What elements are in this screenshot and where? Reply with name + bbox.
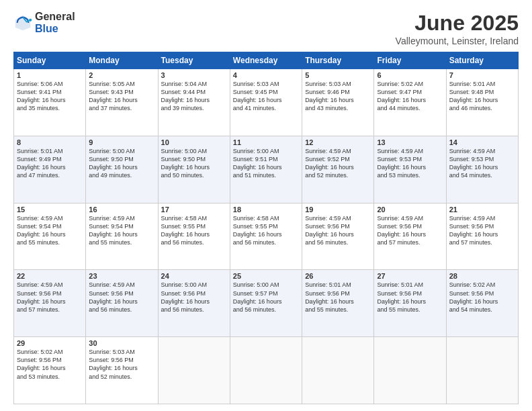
day-content: Sunrise: 5:00 AM Sunset: 9:50 PM Dayligh… — [161, 147, 227, 180]
table-row: 21Sunrise: 4:59 AM Sunset: 9:56 PM Dayli… — [446, 203, 518, 270]
day-content: Sunrise: 5:06 AM Sunset: 9:41 PM Dayligh… — [17, 80, 83, 113]
day-content: Sunrise: 4:59 AM Sunset: 9:54 PM Dayligh… — [89, 214, 154, 247]
day-content: Sunrise: 4:58 AM Sunset: 9:55 PM Dayligh… — [233, 214, 299, 247]
day-content: Sunrise: 4:59 AM Sunset: 9:56 PM Dayligh… — [449, 214, 515, 247]
table-row: 6Sunrise: 5:02 AM Sunset: 9:47 PM Daylig… — [374, 69, 446, 136]
table-row: 17Sunrise: 4:58 AM Sunset: 9:55 PM Dayli… — [158, 203, 230, 270]
table-row: 18Sunrise: 4:58 AM Sunset: 9:55 PM Dayli… — [230, 203, 302, 270]
table-row — [374, 337, 446, 404]
day-content: Sunrise: 5:05 AM Sunset: 9:43 PM Dayligh… — [89, 80, 154, 113]
day-number: 13 — [377, 138, 443, 146]
day-number: 3 — [161, 71, 227, 79]
day-content: Sunrise: 5:01 AM Sunset: 9:49 PM Dayligh… — [17, 147, 83, 180]
location: Valleymount, Leinster, Ireland — [396, 36, 519, 46]
day-content: Sunrise: 5:01 AM Sunset: 9:48 PM Dayligh… — [449, 80, 515, 113]
day-number: 12 — [305, 138, 371, 146]
page: General Blue June 2025 Valleymount, Lein… — [0, 0, 532, 411]
day-content: Sunrise: 4:59 AM Sunset: 9:53 PM Dayligh… — [377, 147, 443, 180]
table-row: 8Sunrise: 5:01 AM Sunset: 9:49 PM Daylig… — [14, 136, 86, 203]
table-row: 10Sunrise: 5:00 AM Sunset: 9:50 PM Dayli… — [158, 136, 230, 203]
day-number: 9 — [89, 138, 154, 146]
table-row: 20Sunrise: 4:59 AM Sunset: 9:56 PM Dayli… — [374, 203, 446, 270]
day-number: 11 — [233, 138, 299, 146]
logo: General Blue — [13, 11, 75, 34]
table-row: 24Sunrise: 5:00 AM Sunset: 9:56 PM Dayli… — [158, 270, 230, 337]
table-row: 14Sunrise: 4:59 AM Sunset: 9:53 PM Dayli… — [446, 136, 518, 203]
day-number: 5 — [305, 71, 371, 79]
day-number: 4 — [233, 71, 299, 79]
table-row: 23Sunrise: 4:59 AM Sunset: 9:56 PM Dayli… — [86, 270, 158, 337]
table-row: 5Sunrise: 5:03 AM Sunset: 9:46 PM Daylig… — [302, 69, 374, 136]
calendar-week-row: 29Sunrise: 5:02 AM Sunset: 9:56 PM Dayli… — [14, 337, 519, 404]
header: General Blue June 2025 Valleymount, Lein… — [13, 11, 519, 46]
day-content: Sunrise: 5:01 AM Sunset: 9:56 PM Dayligh… — [305, 281, 371, 314]
table-row: 26Sunrise: 5:01 AM Sunset: 9:56 PM Dayli… — [302, 270, 374, 337]
day-number: 29 — [17, 339, 83, 347]
table-row: 28Sunrise: 5:02 AM Sunset: 9:56 PM Dayli… — [446, 270, 518, 337]
table-row: 7Sunrise: 5:01 AM Sunset: 9:48 PM Daylig… — [446, 69, 518, 136]
day-number: 19 — [305, 205, 371, 214]
table-row: 2Sunrise: 5:05 AM Sunset: 9:43 PM Daylig… — [86, 69, 158, 136]
month-title: June 2025 — [396, 11, 519, 36]
day-number: 14 — [449, 138, 515, 146]
day-number: 15 — [17, 205, 83, 214]
day-number: 1 — [17, 71, 83, 79]
logo-icon — [13, 13, 32, 32]
day-content: Sunrise: 4:59 AM Sunset: 9:53 PM Dayligh… — [449, 147, 515, 180]
calendar-header-row: Sunday Monday Tuesday Wednesday Thursday… — [14, 52, 519, 69]
day-content: Sunrise: 5:02 AM Sunset: 9:47 PM Dayligh… — [377, 80, 443, 113]
day-content: Sunrise: 4:59 AM Sunset: 9:56 PM Dayligh… — [377, 214, 443, 247]
table-row: 25Sunrise: 5:00 AM Sunset: 9:57 PM Dayli… — [230, 270, 302, 337]
header-friday: Friday — [374, 52, 446, 69]
table-row: 27Sunrise: 5:01 AM Sunset: 9:56 PM Dayli… — [374, 270, 446, 337]
day-content: Sunrise: 5:00 AM Sunset: 9:51 PM Dayligh… — [233, 147, 299, 180]
day-content: Sunrise: 5:01 AM Sunset: 9:56 PM Dayligh… — [377, 281, 443, 314]
day-content: Sunrise: 5:00 AM Sunset: 9:56 PM Dayligh… — [161, 281, 227, 314]
day-number: 28 — [449, 272, 515, 280]
day-content: Sunrise: 5:03 AM Sunset: 9:46 PM Dayligh… — [305, 80, 371, 113]
day-content: Sunrise: 5:03 AM Sunset: 9:56 PM Dayligh… — [89, 348, 154, 381]
svg-point-1 — [29, 18, 32, 21]
table-row: 22Sunrise: 4:59 AM Sunset: 9:56 PM Dayli… — [14, 270, 86, 337]
header-wednesday: Wednesday — [230, 52, 302, 69]
day-content: Sunrise: 5:00 AM Sunset: 9:50 PM Dayligh… — [89, 147, 154, 180]
calendar-week-row: 8Sunrise: 5:01 AM Sunset: 9:49 PM Daylig… — [14, 136, 519, 203]
day-content: Sunrise: 4:59 AM Sunset: 9:52 PM Dayligh… — [305, 147, 371, 180]
day-content: Sunrise: 4:59 AM Sunset: 9:56 PM Dayligh… — [89, 281, 154, 314]
day-content: Sunrise: 5:04 AM Sunset: 9:44 PM Dayligh… — [161, 80, 227, 113]
logo-blue-text: Blue — [35, 23, 75, 35]
day-number: 20 — [377, 205, 443, 214]
day-number: 21 — [449, 205, 515, 214]
day-content: Sunrise: 5:02 AM Sunset: 9:56 PM Dayligh… — [449, 281, 515, 314]
header-thursday: Thursday — [302, 52, 374, 69]
day-number: 25 — [233, 272, 299, 280]
table-row: 29Sunrise: 5:02 AM Sunset: 9:56 PM Dayli… — [14, 337, 86, 404]
day-number: 8 — [17, 138, 83, 146]
table-row — [158, 337, 230, 404]
table-row: 12Sunrise: 4:59 AM Sunset: 9:52 PM Dayli… — [302, 136, 374, 203]
day-number: 24 — [161, 272, 227, 280]
day-number: 27 — [377, 272, 443, 280]
table-row: 9Sunrise: 5:00 AM Sunset: 9:50 PM Daylig… — [86, 136, 158, 203]
table-row — [446, 337, 518, 404]
day-number: 2 — [89, 71, 154, 79]
day-number: 26 — [305, 272, 371, 280]
calendar-table: Sunday Monday Tuesday Wednesday Thursday… — [13, 52, 519, 404]
logo-text: General Blue — [35, 11, 75, 34]
table-row: 19Sunrise: 4:59 AM Sunset: 9:56 PM Dayli… — [302, 203, 374, 270]
day-content: Sunrise: 4:59 AM Sunset: 9:54 PM Dayligh… — [17, 214, 83, 247]
day-content: Sunrise: 5:00 AM Sunset: 9:57 PM Dayligh… — [233, 281, 299, 314]
day-number: 17 — [161, 205, 227, 214]
table-row: 30Sunrise: 5:03 AM Sunset: 9:56 PM Dayli… — [86, 337, 158, 404]
day-content: Sunrise: 5:02 AM Sunset: 9:56 PM Dayligh… — [17, 348, 83, 381]
header-monday: Monday — [86, 52, 158, 69]
day-number: 6 — [377, 71, 443, 79]
header-tuesday: Tuesday — [158, 52, 230, 69]
day-number: 30 — [89, 339, 154, 347]
calendar-week-row: 1Sunrise: 5:06 AM Sunset: 9:41 PM Daylig… — [14, 69, 519, 136]
table-row: 4Sunrise: 5:03 AM Sunset: 9:45 PM Daylig… — [230, 69, 302, 136]
table-row: 1Sunrise: 5:06 AM Sunset: 9:41 PM Daylig… — [14, 69, 86, 136]
day-number: 7 — [449, 71, 515, 79]
table-row: 11Sunrise: 5:00 AM Sunset: 9:51 PM Dayli… — [230, 136, 302, 203]
title-section: June 2025 Valleymount, Leinster, Ireland — [396, 11, 519, 46]
